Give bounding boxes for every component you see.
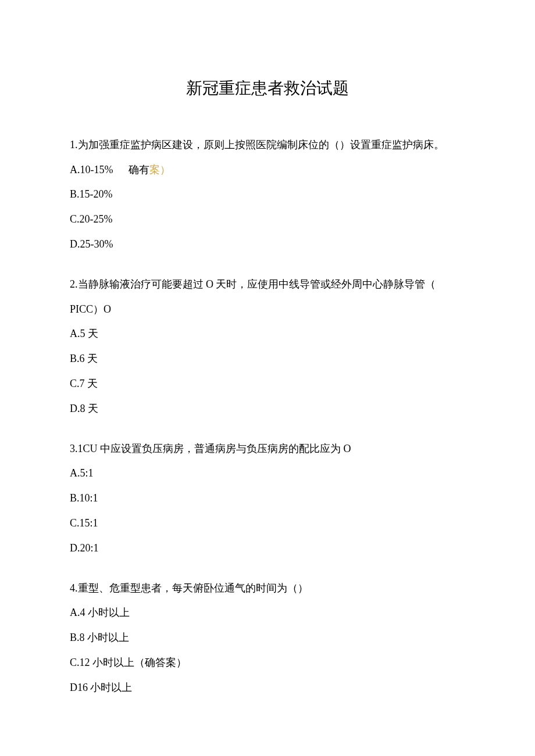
option: C.12 小时以上（确答案） xyxy=(70,654,465,671)
option: C.7 天 xyxy=(70,375,465,392)
question-block: 4.重型、危重型患者，每天俯卧位通气的时间为（） A.4 小时以上 B.8 小时… xyxy=(70,580,465,696)
option: B.8 小时以上 xyxy=(70,629,465,646)
option: D.25-30% xyxy=(70,236,465,253)
option: A.5 天 xyxy=(70,325,465,342)
question-block: 3.1CU 中应设置负压病房，普通病房与负压病房的配比应为 O A.5:1 B.… xyxy=(70,440,465,557)
question-text: 1.为加强重症监护病区建设，原则上按照医院编制床位的（）设置重症监护病床。 xyxy=(70,137,465,153)
question-block: 1.为加强重症监护病区建设，原则上按照医院编制床位的（）设置重症监护病床。 A.… xyxy=(70,137,465,253)
option: C.15:1 xyxy=(70,515,465,532)
option: D16 小时以上 xyxy=(70,679,465,696)
question-text: 2.当静脉输液治疗可能要超过 O 天时，应使用中线导管或经外周中心静脉导管（ xyxy=(70,276,465,293)
option: B.10:1 xyxy=(70,490,465,507)
question-text: 4.重型、危重型患者，每天俯卧位通气的时间为（） xyxy=(70,580,465,597)
option: B.6 天 xyxy=(70,350,465,367)
option: A.4 小时以上 xyxy=(70,604,465,621)
question-text-cont: PICC）O xyxy=(70,301,465,318)
option: A.5:1 xyxy=(70,465,465,482)
marker-prefix: 确有 xyxy=(129,164,149,175)
option: A.10-15%确有案） xyxy=(70,162,465,178)
option: D.8 天 xyxy=(70,400,465,417)
option: B.15-20% xyxy=(70,186,465,203)
question-text: 3.1CU 中应设置负压病房，普通病房与负压病房的配比应为 O xyxy=(70,440,465,457)
option: C.20-25% xyxy=(70,211,465,228)
option-label: A.10-15% xyxy=(70,164,113,175)
marker-suffix: 案） xyxy=(149,164,170,175)
question-block: 2.当静脉输液治疗可能要超过 O 天时，应使用中线导管或经外周中心静脉导管（ P… xyxy=(70,276,465,417)
answer-marker: 确有案） xyxy=(129,164,170,175)
option: D.20:1 xyxy=(70,540,465,557)
document-title: 新冠重症患者救治试题 xyxy=(70,76,465,102)
